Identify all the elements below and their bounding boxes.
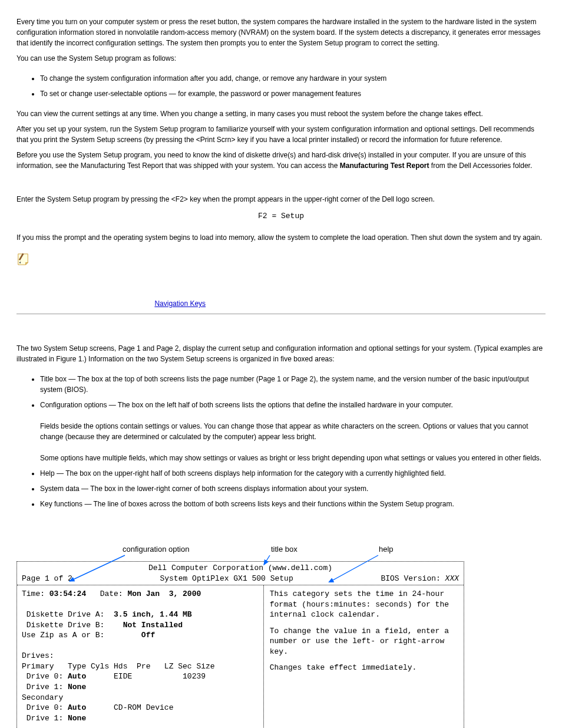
intro-p3: You can view the current settings at any… (16, 108, 546, 119)
divider (16, 314, 546, 314)
intro-p4: After you set up your system, run the Sy… (16, 124, 546, 145)
bios-corp: Dell Computer Corporation (www.dell.com) (22, 563, 459, 574)
link-navigation-keys[interactable]: Navigation Keys (154, 299, 206, 308)
diskette-b-label: Diskette Drive B: (22, 621, 123, 630)
primary-drive1-label: Drive 1: (22, 683, 68, 691)
enter-p2b: " section. (206, 299, 234, 308)
heading-screens: System Setup Screens (16, 325, 546, 337)
bios-config-options: Time: 03:54:24 Date: Mon Jan 3, 2000 Dis… (17, 585, 264, 728)
intro-p5-link: Manufacturing Test Report (340, 162, 429, 170)
primary-drive1-value[interactable]: None (68, 683, 86, 691)
primary-drive0-info: EIDE 10239 (86, 672, 206, 681)
secondary-drive1-label: Drive 1: (22, 714, 68, 723)
screens-b4: System data — The box in the lower-right… (40, 483, 546, 494)
secondary-drive0-value[interactable]: Auto (68, 703, 86, 712)
secondary-drive0-info: CD-ROM Device (86, 703, 173, 712)
enter-p1: Enter the System Setup program by pressi… (16, 194, 546, 205)
callout-configuration-option: configuration option (123, 545, 189, 554)
intro-b1: To change the system configuration infor… (40, 73, 546, 84)
screens-b2b: Fields beside the options contain settin… (40, 422, 528, 441)
secondary-label: Secondary (22, 693, 63, 702)
intro-p5b: from the Dell Accessories folder. (429, 162, 533, 170)
secondary-drive1-value[interactable]: None (68, 714, 86, 723)
date-label: Date: (86, 589, 127, 598)
time-value[interactable]: 03:54:24 (49, 589, 86, 598)
note-text: The <F2> prompt appears for approximatel… (35, 252, 537, 271)
f2-setup-hint: F2 = Setup (16, 212, 546, 220)
bios-title-box: Dell Computer Corporation (www.dell.com)… (17, 562, 464, 585)
screens-b3: Help — The box on the upper-right half o… (40, 468, 546, 479)
bios-version-label: BIOS Version: (381, 574, 445, 583)
bios-version: BIOS Version: XXX (381, 574, 459, 584)
bios-setup-screen: Dell Computer Corporation (www.dell.com)… (16, 561, 464, 728)
screens-b5: Key functions — The line of boxes across… (40, 499, 546, 509)
callout-help: help (379, 545, 394, 554)
callout-title-box: title box (271, 545, 297, 554)
primary-drive0-label: Drive 0: (22, 672, 68, 681)
screens-b2a: Configuration options — The box on the l… (40, 401, 453, 409)
bios-system-name: System OptiPlex GX1 500 Setup (72, 574, 381, 584)
intro-p5: Before you use the System Setup program,… (16, 150, 546, 171)
intro-p2: You can use the System Setup program as … (16, 53, 546, 64)
screens-b1: Title box — The box at the top of both s… (40, 374, 546, 395)
diskette-a-value[interactable]: 3.5 inch, 1.44 MB (114, 610, 192, 619)
screens-b2: Configuration options — The box on the l… (40, 400, 546, 463)
help-p1: This category sets the time in 24-hour f… (270, 589, 458, 620)
pencil-note-icon (16, 252, 29, 265)
enter-pmiss: If you miss the prompt and the operating… (16, 232, 546, 243)
intro-p1: Every time you turn on your computer sys… (16, 17, 546, 48)
primary-drive0-value[interactable]: Auto (68, 672, 86, 681)
enter-p1a: Enter the System Setup program by pressi… (16, 195, 233, 203)
zip-label: Use Zip as A or B: (22, 631, 141, 640)
help-p3: Changes take effect immediately. (270, 663, 458, 673)
enter-p2a: To exit the System Setup program, press … (16, 278, 534, 308)
bios-page: Page 1 of 2 (22, 574, 72, 584)
drives-label: Drives: (22, 651, 54, 660)
heading-entering: Entering the System Setup Program (16, 176, 546, 188)
secondary-drive0-label: Drive 0: (22, 703, 68, 712)
diskette-a-label: Diskette Drive A: (22, 610, 114, 619)
bios-help-box: This category sets the time in 24-hour f… (264, 585, 464, 728)
figure-caption: Figure 1. System Setup Screens (16, 519, 546, 527)
svg-marker-1 (26, 262, 28, 265)
date-value[interactable]: Mon Jan 3, 2000 (127, 589, 201, 598)
help-p2: To change the value in a field, enter a … (270, 626, 458, 657)
time-label: Time: (22, 589, 49, 598)
note-label: NOTE: (35, 252, 57, 261)
drives-header: Primary Type Cyls Hds Pre LZ Sec Size (22, 662, 215, 671)
bios-version-value: XXX (445, 574, 459, 583)
enter-p1b: prompt appears in the upper-right corner… (233, 195, 435, 203)
screens-b2c: Some options have multiple fields, which… (40, 454, 541, 462)
zip-value[interactable]: Off (141, 631, 155, 640)
intro-b2: To set or change user-selectable options… (40, 88, 546, 99)
diskette-b-value[interactable]: Not Installed (123, 621, 183, 630)
screens-p1: The two System Setup screens, Page 1 and… (16, 343, 546, 364)
